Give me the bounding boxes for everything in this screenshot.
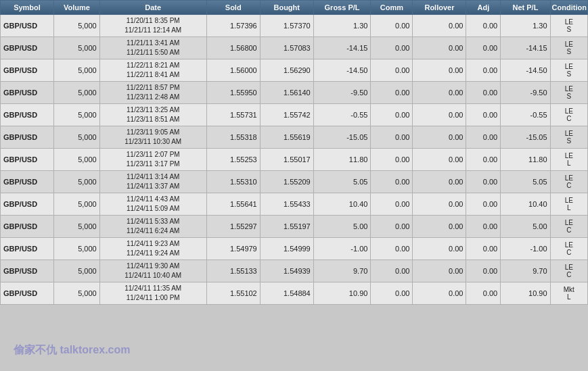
- cell-3: 1.55102: [206, 282, 260, 305]
- cell-3: 1.55310: [206, 171, 260, 193]
- cell-3: 1.55318: [206, 126, 260, 149]
- cell-7: 0.00: [413, 193, 466, 216]
- table-row: GBP/USD5,00011/24/11 9:23 AM11/24/11 9:2…: [1, 238, 588, 260]
- cell-3: 1.55950: [206, 82, 260, 104]
- cell-3: 1.55641: [206, 193, 260, 216]
- cell-3: 1.55297: [206, 216, 260, 238]
- cell-9: -1.00: [501, 238, 550, 260]
- cell-6: 0.00: [371, 238, 413, 260]
- cell-6: 0.00: [371, 282, 413, 305]
- column-header-symbol: Symbol: [1, 1, 54, 15]
- cell-6: 0.00: [371, 216, 413, 238]
- cell-0: GBP/USD: [1, 59, 54, 82]
- cell-0: GBP/USD: [1, 216, 54, 238]
- cell-8: 0.00: [466, 216, 501, 238]
- cell-8: 0.00: [466, 37, 501, 59]
- column-header-volume: Volume: [54, 1, 100, 15]
- cell-10: LEC: [550, 216, 587, 238]
- cell-7: 0.00: [413, 126, 466, 149]
- cell-2: 11/23/11 3:25 AM11/23/11 8:51 AM: [99, 104, 206, 126]
- watermark: 偷家不仇 talktorex.com: [14, 343, 130, 357]
- cell-1: 5,000: [54, 171, 100, 193]
- cell-7: 0.00: [413, 260, 466, 282]
- table-header: SymbolVolumeDateSoldBoughtGross P/LCommR…: [1, 1, 588, 15]
- cell-7: 0.00: [413, 149, 466, 171]
- cell-10: LEC: [550, 260, 587, 282]
- table-row: GBP/USD5,00011/24/11 5:33 AM11/24/11 6:2…: [1, 216, 588, 238]
- cell-8: 0.00: [466, 104, 501, 126]
- cell-4: 1.55017: [260, 149, 313, 171]
- table-row: GBP/USD5,00011/23/11 3:25 AM11/23/11 8:5…: [1, 104, 588, 126]
- cell-9: -0.55: [501, 104, 550, 126]
- cell-4: 1.56140: [260, 82, 313, 104]
- cell-4: 1.57083: [260, 37, 313, 59]
- cell-10: LEL: [550, 193, 587, 216]
- cell-2: 11/24/11 9:30 AM11/24/11 10:40 AM: [99, 260, 206, 282]
- cell-6: 0.00: [371, 149, 413, 171]
- cell-0: GBP/USD: [1, 260, 54, 282]
- cell-1: 5,000: [54, 15, 100, 37]
- cell-8: 0.00: [466, 59, 501, 82]
- cell-8: 0.00: [466, 282, 501, 305]
- cell-3: 1.57396: [206, 15, 260, 37]
- cell-10: LEC: [550, 238, 587, 260]
- cell-9: -15.05: [501, 126, 550, 149]
- cell-6: 0.00: [371, 104, 413, 126]
- cell-10: LEC: [550, 104, 587, 126]
- cell-2: 11/22/11 8:57 PM11/23/11 2:48 AM: [99, 82, 206, 104]
- cell-1: 5,000: [54, 37, 100, 59]
- cell-7: 0.00: [413, 238, 466, 260]
- cell-1: 5,000: [54, 126, 100, 149]
- cell-1: 5,000: [54, 82, 100, 104]
- cell-5: 10.90: [313, 282, 371, 305]
- cell-5: -0.55: [313, 104, 371, 126]
- cell-5: 1.30: [313, 15, 371, 37]
- cell-6: 0.00: [371, 15, 413, 37]
- cell-7: 0.00: [413, 282, 466, 305]
- table-row: GBP/USD5,00011/24/11 9:30 AM11/24/11 10:…: [1, 260, 588, 282]
- cell-2: 11/22/11 8:21 AM11/22/11 8:41 AM: [99, 59, 206, 82]
- cell-1: 5,000: [54, 216, 100, 238]
- cell-4: 1.54884: [260, 282, 313, 305]
- cell-2: 11/24/11 3:14 AM11/24/11 3:37 AM: [99, 171, 206, 193]
- cell-3: 1.56800: [206, 37, 260, 59]
- cell-4: 1.55209: [260, 171, 313, 193]
- column-header-adj: Adj: [466, 1, 501, 15]
- cell-0: GBP/USD: [1, 282, 54, 305]
- cell-5: -9.50: [313, 82, 371, 104]
- cell-9: 5.00: [501, 216, 550, 238]
- cell-7: 0.00: [413, 59, 466, 82]
- table-row: GBP/USD5,00011/22/11 8:21 AM11/22/11 8:4…: [1, 59, 588, 82]
- cell-7: 0.00: [413, 82, 466, 104]
- column-header-gross-p-l: Gross P/L: [313, 1, 371, 15]
- column-header-comm: Comm: [371, 1, 413, 15]
- cell-6: 0.00: [371, 193, 413, 216]
- cell-3: 1.55133: [206, 260, 260, 282]
- cell-0: GBP/USD: [1, 104, 54, 126]
- cell-6: 0.00: [371, 171, 413, 193]
- cell-4: 1.54999: [260, 238, 313, 260]
- table-row: GBP/USD5,00011/20/11 8:35 PM11/21/11 12:…: [1, 15, 588, 37]
- cell-0: GBP/USD: [1, 193, 54, 216]
- cell-1: 5,000: [54, 193, 100, 216]
- cell-6: 0.00: [371, 260, 413, 282]
- cell-7: 0.00: [413, 15, 466, 37]
- cell-8: 0.00: [466, 171, 501, 193]
- cell-1: 5,000: [54, 149, 100, 171]
- cell-7: 0.00: [413, 216, 466, 238]
- cell-10: LES: [550, 15, 587, 37]
- cell-5: 11.80: [313, 149, 371, 171]
- cell-6: 0.00: [371, 82, 413, 104]
- cell-10: MktL: [550, 282, 587, 305]
- column-header-date: Date: [99, 1, 206, 15]
- cell-6: 0.00: [371, 59, 413, 82]
- cell-4: 1.54939: [260, 260, 313, 282]
- cell-1: 5,000: [54, 238, 100, 260]
- column-header-net-p-l: Net P/L: [501, 1, 550, 15]
- cell-4: 1.55197: [260, 216, 313, 238]
- cell-8: 0.00: [466, 82, 501, 104]
- cell-9: 1.30: [501, 15, 550, 37]
- cell-9: -9.50: [501, 82, 550, 104]
- cell-3: 1.55253: [206, 149, 260, 171]
- cell-2: 11/21/11 3:41 AM11/21/11 5:50 AM: [99, 37, 206, 59]
